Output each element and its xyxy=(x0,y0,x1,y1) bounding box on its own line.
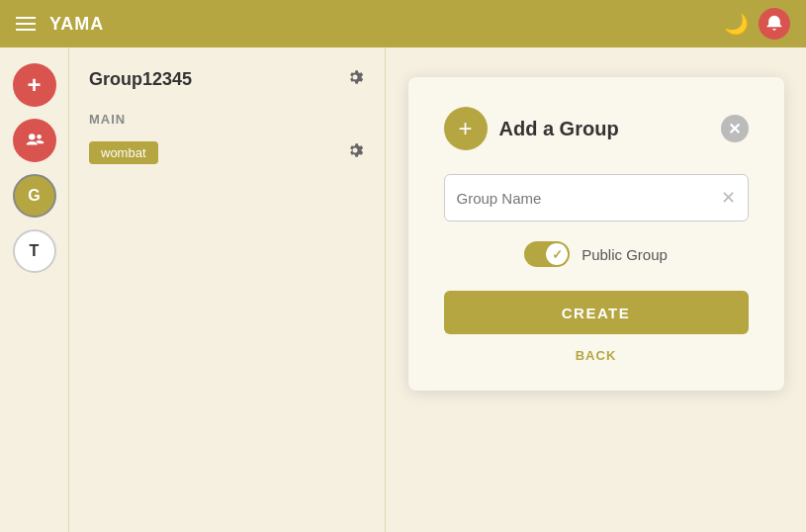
add-group-modal: + Add a Group ✕ ✕ xyxy=(408,77,784,391)
wombat-settings-icon[interactable] xyxy=(345,140,365,165)
hamburger-menu[interactable] xyxy=(16,17,36,31)
group-settings-icon[interactable] xyxy=(345,67,365,92)
people-icon-button[interactable] xyxy=(13,119,56,162)
modal-header: + Add a Group ✕ xyxy=(444,107,749,150)
main-layout: + G T Group12345 xyxy=(0,47,806,532)
modal-close-button[interactable]: ✕ xyxy=(721,115,749,142)
group-title: Group12345 xyxy=(89,69,192,90)
svg-point-0 xyxy=(29,133,35,139)
group-header: Group12345 xyxy=(89,67,365,92)
modal-title: Add a Group xyxy=(499,118,619,140)
group-name-input[interactable] xyxy=(457,190,721,207)
svg-point-1 xyxy=(37,134,42,139)
app-title: YAMA xyxy=(49,14,104,35)
toggle-row: ✓ Public Group xyxy=(444,241,749,267)
create-button[interactable]: CREATE xyxy=(444,291,749,334)
back-link[interactable]: BACK xyxy=(444,348,749,363)
notification-avatar[interactable] xyxy=(759,8,790,40)
group-name-input-wrapper: ✕ xyxy=(444,174,749,222)
topbar: YAMA 🌙 xyxy=(0,0,806,47)
modal-header-left: + Add a Group xyxy=(444,107,619,150)
topbar-right: 🌙 xyxy=(724,8,790,40)
toggle-knob: ✓ xyxy=(546,243,568,265)
close-icon: ✕ xyxy=(728,120,741,138)
toggle-label: Public Group xyxy=(582,246,668,263)
left-panel: Group12345 MAIN wombat xyxy=(69,47,386,532)
content-area: Group12345 MAIN wombat xyxy=(69,47,806,532)
group-row: wombat xyxy=(89,140,365,165)
section-label: MAIN xyxy=(89,112,365,127)
group-t-button[interactable]: T xyxy=(13,229,56,273)
bell-icon xyxy=(764,14,784,34)
group-t-label: T xyxy=(30,242,40,260)
dark-mode-icon[interactable]: 🌙 xyxy=(724,12,749,36)
group-g-label: G xyxy=(28,187,40,205)
public-group-toggle[interactable]: ✓ xyxy=(524,241,570,267)
plus-icon: + xyxy=(458,115,472,142)
topbar-left: YAMA xyxy=(16,14,104,35)
toggle-check-icon: ✓ xyxy=(552,247,563,262)
people-icon xyxy=(24,130,45,151)
modal-plus-circle: + xyxy=(444,107,488,150)
clear-input-icon[interactable]: ✕ xyxy=(721,187,736,209)
right-panel: + Add a Group ✕ ✕ xyxy=(386,47,806,532)
group-g-button[interactable]: G xyxy=(13,174,56,218)
sidebar: + G T xyxy=(0,47,69,532)
add-button[interactable]: + xyxy=(13,63,56,107)
group-tag[interactable]: wombat xyxy=(89,141,158,164)
